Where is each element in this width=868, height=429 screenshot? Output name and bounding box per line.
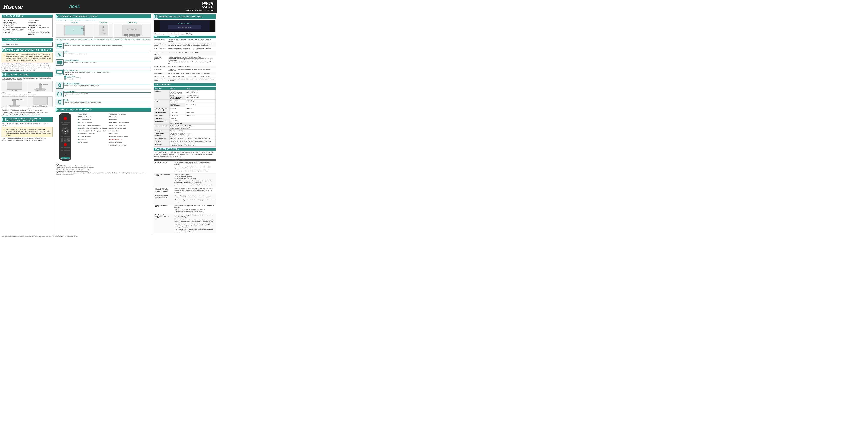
- svg-point-64: [62, 62, 62, 62]
- svg-rect-51: [58, 45, 59, 47]
- troubleshooting-section: TROUBLESHOOTING TIPS When there is somet…: [154, 148, 216, 233]
- dot: [78, 116, 79, 117]
- svg-text:BASE STAND: BASE STAND: [41, 106, 47, 107]
- usb-desc: USB Connect a USB device for browsing ph…: [64, 99, 151, 103]
- tools-item-1: • 1 Phillips screwdriver: [3, 43, 51, 46]
- trouble-sol-network: • Check network physical connection, mak…: [171, 194, 216, 204]
- section-4-sub-b: B. Use the diagrams shown in figure [5] …: [56, 38, 151, 42]
- specs-row-audio: Audio power 10 W + 10 W 15 W + 15 W: [154, 114, 216, 117]
- trouble-sol-no-sound: • Check if the power cord is plugged int…: [171, 161, 216, 173]
- menu-item-bluetooth: Bluetooth® Remote pairing: [154, 43, 167, 47]
- section-3-body: Follow the instructions that are provide…: [2, 122, 53, 127]
- svg-rect-52: [59, 45, 60, 47]
- section-6-body: Follow the on-screen instructions to cus…: [154, 33, 216, 35]
- svg-rect-31: [102, 29, 104, 29]
- package-col-2: • Infrared blaster • 4 spacers • 2 remot…: [28, 19, 51, 36]
- svg-text:BASE: BASE: [35, 90, 38, 91]
- svg-rect-15: [33, 97, 48, 105]
- pkg-item: • 2 sets of batteries (AAA and AA): [3, 26, 26, 29]
- ops-item-report: • Check the TV to send the usage statist…: [167, 68, 216, 72]
- specs-res-label: Screen resolution: [154, 111, 169, 114]
- svg-rect-36: [126, 34, 128, 35]
- specs-channels-val: VHF: 2–13 UHF: 14–69 CATV: 1–125 Digital…: [169, 125, 216, 130]
- trouble-row-no-sound: No sound or picture • Check if the power…: [154, 161, 216, 173]
- specs-row-env: Environmental conditions Temperature: 41…: [154, 133, 216, 137]
- remote-label-play: Play/Pause: [109, 133, 129, 135]
- svg-text:TV/BACK: TV/BACK: [32, 106, 36, 107]
- svg-text:Select Language / Set Up: Select Language / Set Up: [178, 27, 191, 28]
- svg-rect-104: [67, 136, 70, 137]
- tv-bottom-diagram: BOTTOM PORTS ANT LAN AV HDMI1 HDMI2 USB …: [114, 24, 151, 38]
- fig-2-diagram: BASE STAND COLUMN: [28, 81, 53, 92]
- specs-env-label: Environmental conditions: [154, 133, 169, 137]
- trouble-sol-item: • Check to ensure the physical network c…: [174, 204, 215, 208]
- remote-label-mute: Mute audio: [109, 116, 129, 118]
- specs-row-dim-nostand: Dimension Without Stand44 × 25.7 × 2.4 i…: [154, 90, 216, 95]
- section-1-num: 1: [2, 48, 6, 52]
- svg-rect-37: [129, 34, 130, 35]
- dot: [78, 122, 79, 123]
- hdmi-title: HDMI / COMP / AV: [64, 69, 151, 71]
- package-cols: • User manual • Quick setup guide • Warr…: [3, 19, 51, 36]
- left-column: PACKAGE CONTENTS • User manual • Quick s…: [0, 13, 54, 235]
- svg-text:TV: TV: [72, 30, 74, 31]
- remote-label-power: Power On/Off: [78, 113, 107, 115]
- remote-svg: OK +: [56, 112, 75, 162]
- remote-labels-left: Power On/Off VOD: select TV service TV: …: [78, 112, 107, 162]
- svg-point-65: [58, 62, 58, 63]
- trouble-sol-apps: • You need a broadband (high speed) Inte…: [171, 213, 216, 233]
- pkg-item: • 4 spacers: [28, 22, 51, 24]
- section-2-note: If you want to install a wall-mount brac…: [2, 77, 53, 81]
- lan-text: Connect an ethernet cable to access a ne…: [64, 45, 151, 47]
- remote-label-volume: Turn the volume up or down: [78, 133, 107, 135]
- svg-rect-40: [136, 34, 138, 35]
- section-2-step-cover: Secure the STAND COVER to the STAND COLU…: [2, 109, 53, 111]
- specs-audio-label: Audio power: [154, 114, 169, 117]
- section-2-num: 2: [2, 73, 6, 76]
- digital-audio-icon: OPTICAL: [56, 82, 63, 89]
- fig-2-svg: BASE STAND COLUMN: [28, 81, 53, 92]
- specs-section: SPECIFICATIONS Model Name 50H7G 55H7G Di…: [154, 83, 216, 147]
- svg-point-57: [59, 54, 60, 55]
- stand-fig-2: BASE STAND COLUMN Figure 2: [28, 81, 53, 93]
- tools-required-header: TOOLS REQUIRED: [2, 38, 53, 41]
- page-container: Hisense VIDAA 50H7G 55H7G QUICK START GU…: [0, 0, 217, 237]
- svg-rect-1: [9, 90, 20, 90]
- hdmi-better-row: BETTER (COMPONENT): [64, 77, 151, 79]
- package-contents-box: • User manual • Quick setup guide • Warr…: [2, 18, 53, 37]
- svg-rect-102: [61, 136, 63, 137]
- svg-rect-35: [124, 34, 126, 35]
- svg-text:VOL: VOL: [64, 140, 66, 141]
- dot: [78, 131, 79, 131]
- section-6: 6 TURNING THE TV ON FOR THE FIRST TIME W…: [154, 14, 216, 82]
- usb-icon-box: USB: [56, 99, 63, 106]
- svg-text:USB: USB: [81, 28, 83, 29]
- specs-audio-55: 15 W + 15 W: [185, 114, 216, 117]
- menu-item-av-receiver: Set up AV receiver control: [154, 78, 167, 82]
- tv-side-label: TV Side View: [56, 22, 93, 23]
- specs-wt-label: Weight: [154, 99, 169, 107]
- specs-vga-val: VGA (640×480 / 60 Hz), SVGA (800×600 / 6…: [169, 140, 216, 143]
- trouble-sol-item: • Check to see if LED is on. If illumina…: [174, 170, 215, 172]
- trouble-sol-item: • Check if the audio output is set to AV…: [174, 180, 215, 184]
- fig-4-diagram: TV/BACK BASE STAND: [28, 96, 53, 107]
- section-5-num: 5: [56, 108, 60, 111]
- remote-label-global: Display the global panel: [78, 122, 107, 123]
- ops-item-bluetooth: • Press and hold down [RED] and [OK] but…: [167, 43, 216, 47]
- remote-labels-right: Microphone for voice control Mute audio …: [109, 112, 129, 162]
- svg-rect-113: [64, 147, 67, 148]
- usb-svg: USB: [56, 99, 63, 106]
- svg-rect-94: [62, 124, 68, 125]
- ops-item-language: • Please press [▲/▼] button to select yo…: [167, 38, 216, 43]
- package-col-1: • User manual • Quick setup guide • Warr…: [3, 19, 26, 36]
- tv-bottom-view: TV Bottom View: [114, 22, 151, 38]
- usb-icon: USB: [56, 99, 63, 106]
- menu-item-zip: Enter ZIP code: [154, 72, 167, 75]
- fig-1-diagram: [2, 81, 27, 92]
- specs-channels-label: Receiving channels: [154, 125, 169, 130]
- tv-bottom-label: TV Bottom View: [114, 22, 151, 23]
- trouble-sol-no-audio: • Check the volume settings. • Check if …: [171, 173, 216, 187]
- trouble-sol-item: • Make sure that network connection test…: [174, 208, 215, 210]
- svg-rect-92: [64, 121, 67, 123]
- specs-dim-label: Dimension: [154, 90, 169, 99]
